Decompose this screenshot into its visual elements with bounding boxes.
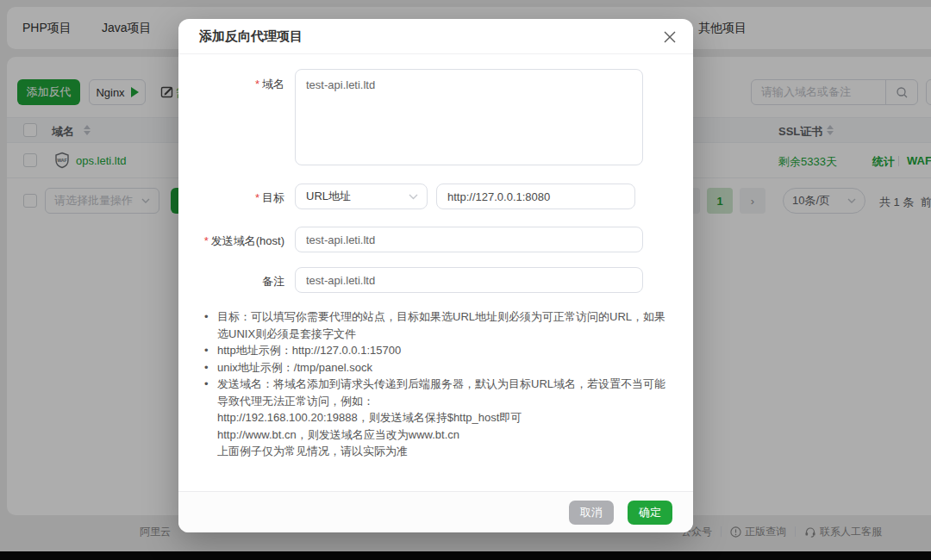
- confirm-button[interactable]: 确定: [628, 501, 672, 525]
- cancel-button[interactable]: 取消: [569, 501, 614, 525]
- close-icon: [663, 30, 677, 44]
- help-bullet: 目标：可以填写你需要代理的站点，目标如果选URL地址则必须为可正常访问的URL，…: [203, 308, 675, 342]
- help-bullet: http地址示例：http://127.0.0.1:15700: [203, 342, 675, 359]
- target-type-select[interactable]: URL地址: [295, 184, 428, 209]
- target-field-label: *目标: [178, 190, 284, 206]
- target-type-value: URL地址: [306, 189, 351, 204]
- required-asterisk: *: [255, 78, 259, 90]
- help-bullet: 发送域名：将域名添加到请求头传递到后端服务器，默认为目标URL域名，若设置不当可…: [203, 376, 675, 460]
- chevron-down-icon: [409, 194, 418, 200]
- close-button[interactable]: [662, 29, 678, 45]
- required-asterisk: *: [255, 191, 259, 204]
- remark-field-label: 备注: [178, 274, 284, 289]
- add-reverse-proxy-dialog: 添加反向代理项目 *域名 test-api.leti.ltd *目标 URL地址…: [178, 19, 693, 532]
- dialog-title: 添加反向代理项目: [199, 28, 303, 45]
- host-field-label: *发送域名(host): [178, 233, 284, 249]
- domain-textarea[interactable]: test-api.leti.ltd: [295, 69, 643, 165]
- domain-field-label: *域名: [178, 77, 284, 92]
- help-bullet: unix地址示例：/tmp/panel.sock: [203, 359, 675, 376]
- target-url-input[interactable]: [436, 184, 635, 209]
- dialog-header: 添加反向代理项目: [178, 19, 693, 54]
- remark-input[interactable]: [295, 267, 643, 293]
- send-host-input[interactable]: [295, 227, 643, 252]
- help-bullet-list: 目标：可以填写你需要代理的站点，目标如果选URL地址则必须为可正常访问的URL，…: [203, 308, 675, 460]
- dialog-footer: 取消 确定: [178, 491, 693, 532]
- required-asterisk: *: [204, 234, 209, 247]
